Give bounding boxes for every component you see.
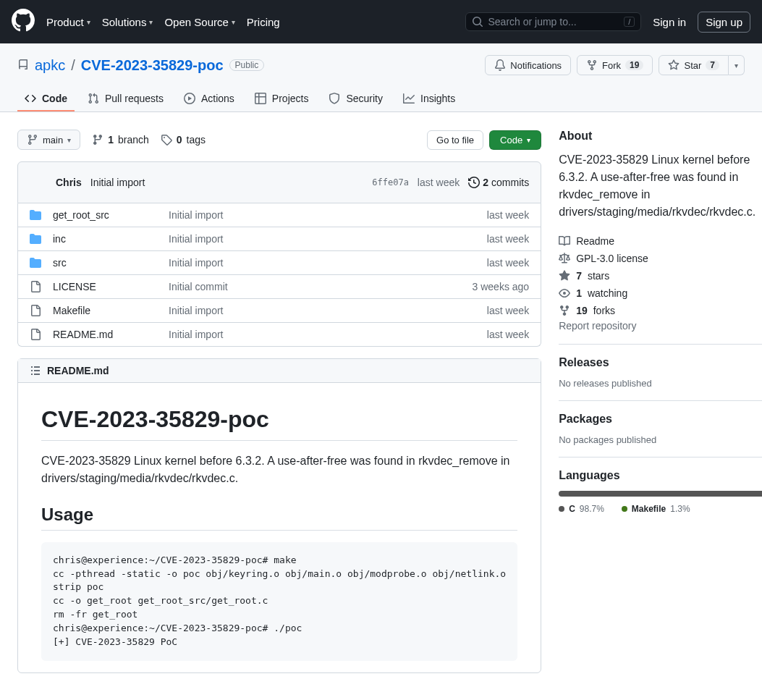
pr-icon — [88, 93, 99, 104]
file-row: README.mdInitial importlast week — [18, 322, 541, 346]
lang-dot — [559, 506, 564, 512]
releases-heading: Releases — [559, 356, 762, 369]
search-input[interactable]: Search or jump to... / — [465, 12, 641, 31]
owner-link[interactable]: apkc — [35, 57, 65, 74]
law-icon — [559, 253, 570, 264]
star-dropdown[interactable]: ▾ — [729, 55, 745, 75]
file-row: MakefileInitial importlast week — [18, 298, 541, 322]
file-commit-msg[interactable]: Initial import — [169, 233, 223, 245]
latest-commit-bar: Chris Initial import 6ffe07a last week 2… — [17, 161, 541, 203]
play-icon — [184, 93, 195, 104]
fork-count: 19 — [625, 60, 643, 70]
list-icon — [30, 365, 41, 376]
readme-link[interactable]: Readme — [559, 232, 762, 250]
star-icon — [559, 270, 570, 282]
file-commit-msg[interactable]: Initial commit — [169, 281, 228, 292]
branches-link[interactable]: 1 branch — [92, 134, 149, 146]
lang-item[interactable]: C 98.7% — [559, 504, 604, 514]
tab-security[interactable]: Security — [321, 87, 390, 111]
readme-box: README.md CVE-2023-35829-poc CVE-2023-35… — [17, 358, 541, 673]
readme-h2: Usage — [41, 505, 517, 531]
star-icon — [668, 59, 680, 71]
file-commit-msg[interactable]: Initial import — [169, 329, 223, 340]
commit-author[interactable]: Chris — [56, 177, 82, 188]
commit-sha[interactable]: 6ffe07a — [372, 177, 409, 187]
file-ago: 3 weeks ago — [473, 281, 530, 292]
tags-link[interactable]: 0 tags — [161, 134, 206, 146]
sidebar: About CVE-2023-35829 Linux kernel before… — [559, 130, 762, 673]
github-logo[interactable] — [12, 9, 35, 35]
commits-link[interactable]: 2 commits — [468, 177, 529, 188]
folder-icon — [30, 233, 41, 245]
folder-icon — [30, 209, 41, 221]
go-to-file-button[interactable]: Go to file — [427, 130, 483, 150]
shield-icon — [329, 93, 340, 104]
releases-empty: No releases published — [559, 378, 762, 389]
file-name-link[interactable]: get_root_src — [53, 209, 109, 221]
file-ago: last week — [487, 305, 529, 316]
star-button[interactable]: Star 7 — [659, 55, 729, 75]
tab-code[interactable]: Code — [17, 87, 75, 111]
file-name-link[interactable]: LICENSE — [53, 281, 96, 292]
stars-link[interactable]: 7 stars — [559, 267, 762, 284]
repo-name-link[interactable]: CVE-2023-35829-poc — [81, 57, 224, 74]
tab-insights[interactable]: Insights — [396, 87, 462, 111]
tag-icon — [161, 134, 172, 146]
sign-up-button[interactable]: Sign up — [698, 12, 750, 33]
file-name-link[interactable]: README.md — [53, 329, 113, 340]
sign-in-link[interactable]: Sign in — [653, 16, 686, 28]
code-dropdown[interactable]: Code ▾ — [489, 130, 541, 150]
bell-icon — [494, 59, 506, 71]
lang-dot — [622, 506, 627, 512]
about-section: About CVE-2023-35829 Linux kernel before… — [559, 130, 762, 345]
file-list: get_root_srcInitial importlast weekincIn… — [17, 203, 541, 347]
file-icon — [30, 305, 41, 316]
file-commit-msg[interactable]: Initial import — [169, 209, 223, 221]
packages-section: Packages No packages published — [559, 413, 762, 457]
file-ago: last week — [487, 233, 529, 245]
repo-icon — [17, 59, 29, 71]
watchers-link[interactable]: 1 watching — [559, 284, 762, 302]
file-column: main ▾ 1 branch 0 tags Go to file Code ▾ — [17, 130, 541, 673]
tab-actions[interactable]: Actions — [177, 87, 242, 111]
file-row: LICENSEInitial commit3 weeks ago — [18, 274, 541, 298]
file-name-link[interactable]: src — [53, 257, 67, 269]
about-heading: About — [559, 130, 762, 143]
branch-icon — [92, 134, 103, 146]
eye-icon — [559, 287, 570, 299]
avatar — [30, 174, 47, 191]
book-icon — [559, 235, 570, 247]
nav-solutions[interactable]: Solutions▾ — [102, 16, 153, 28]
report-repo-link[interactable]: Report repository — [559, 314, 636, 332]
notifications-button[interactable]: Notifications — [485, 55, 571, 75]
lang-item[interactable]: Makefile 1.3% — [622, 504, 690, 514]
fork-icon — [586, 59, 598, 71]
file-icon — [30, 281, 41, 292]
license-link[interactable]: GPL-3.0 license — [559, 250, 762, 267]
nav-open-source[interactable]: Open Source▾ — [164, 16, 234, 28]
nav-pricing[interactable]: Pricing — [247, 16, 280, 28]
lang-segment — [559, 491, 762, 497]
languages-heading: Languages — [559, 469, 762, 482]
graph-icon — [403, 93, 415, 104]
file-commit-msg[interactable]: Initial import — [169, 305, 223, 316]
repo-header: apkc / CVE-2023-35829-poc Public Notific… — [0, 43, 762, 112]
file-name-link[interactable]: Makefile — [53, 305, 90, 316]
table-icon — [255, 93, 266, 104]
branch-picker[interactable]: main ▾ — [17, 130, 80, 150]
file-ago: last week — [487, 257, 529, 269]
readme-paragraph: CVE-2023-35829 Linux kernel before 6.3.2… — [41, 452, 517, 487]
file-name-link[interactable]: inc — [53, 233, 66, 245]
nav-product[interactable]: Product▾ — [46, 16, 90, 28]
folder-icon — [30, 257, 41, 269]
commit-message[interactable]: Initial import — [90, 177, 145, 188]
tab-projects[interactable]: Projects — [247, 87, 316, 111]
file-icon — [30, 329, 41, 340]
fork-button[interactable]: Fork 19 — [577, 55, 653, 75]
readme-code-block: chris@experience:~/CVE-2023-35829-poc# m… — [41, 542, 517, 661]
languages-section: Languages C 98.7%Makefile 1.3% — [559, 469, 762, 526]
branch-icon — [27, 134, 38, 146]
file-commit-msg[interactable]: Initial import — [169, 257, 223, 269]
readme-filename-link[interactable]: README.md — [47, 365, 109, 376]
tab-pull-requests[interactable]: Pull requests — [80, 87, 171, 111]
